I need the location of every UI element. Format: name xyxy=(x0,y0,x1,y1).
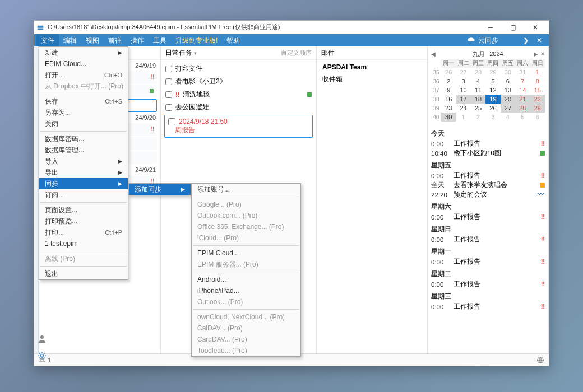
cal-close[interactable]: ✕ xyxy=(540,51,545,57)
agenda-row[interactable]: 全天去看张学友演唱会 xyxy=(431,180,545,190)
task-checkbox[interactable] xyxy=(165,104,172,111)
agenda-row[interactable]: 0:00工作报告!! xyxy=(431,139,545,148)
cal-day[interactable]: 18 xyxy=(471,95,485,104)
cal-day[interactable]: 27 xyxy=(456,68,470,77)
file-menu-item[interactable]: 数据库密码... xyxy=(39,133,128,144)
sync-account-item[interactable]: Android... xyxy=(192,274,300,285)
menu-视图[interactable]: 视图 xyxy=(81,34,104,46)
cal-day[interactable]: 19 xyxy=(485,95,500,104)
tasks-sort-order[interactable]: 自定义顺序 xyxy=(281,49,312,57)
cal-day[interactable]: 1 xyxy=(456,113,470,122)
cal-day[interactable]: 26 xyxy=(485,104,500,113)
agenda-row[interactable]: 0:00工作报告!! xyxy=(431,212,545,222)
file-menu-item[interactable]: 另存为... xyxy=(39,107,128,118)
task-row[interactable]: !!清洗地毯 xyxy=(164,88,313,101)
cal-day[interactable]: 22 xyxy=(530,95,545,104)
menu-编辑[interactable]: 编辑 xyxy=(59,34,81,46)
cal-day[interactable]: 27 xyxy=(501,104,515,113)
menu-前往[interactable]: 前往 xyxy=(104,34,126,46)
sync-submenu[interactable]: 添加同步▶ xyxy=(128,183,191,195)
task-row[interactable]: 去公园遛娃 xyxy=(164,101,313,114)
agenda-row[interactable]: 10:40楼下小区跑10圈 xyxy=(431,148,545,158)
close-button[interactable]: ✕ xyxy=(524,21,547,34)
agenda-row[interactable]: 22:20预定的会议〰 xyxy=(431,190,545,199)
cal-day[interactable]: 17 xyxy=(456,95,470,104)
cal-day[interactable]: 29 xyxy=(485,68,500,77)
mail-inbox[interactable]: 收件箱 xyxy=(322,74,422,84)
cal-day[interactable]: 26 xyxy=(441,68,456,77)
file-menu-item[interactable]: 导出▶ xyxy=(39,167,128,178)
file-menu-item[interactable]: 同步▶ xyxy=(39,178,128,189)
sync-account-item[interactable]: 添加账号... xyxy=(192,184,300,195)
cal-day[interactable]: 30 xyxy=(501,68,515,77)
menu-升级到专业版![interactable]: 升级到专业版! xyxy=(171,34,222,46)
menu-工具[interactable]: 工具 xyxy=(149,34,171,46)
cal-day[interactable]: 10 xyxy=(456,86,470,95)
cal-day[interactable]: 9 xyxy=(441,86,456,95)
sync-add[interactable]: 添加同步▶ xyxy=(129,184,191,195)
file-menu-item[interactable]: 关闭 xyxy=(39,118,128,129)
task-row[interactable]: 打印文件 xyxy=(164,62,313,75)
add-sync-submenu[interactable]: 添加账号...Google... (Pro)Outlook.com... (Pr… xyxy=(191,183,301,357)
task-checkbox[interactable] xyxy=(165,78,172,85)
menu-帮助[interactable]: 帮助 xyxy=(222,34,244,46)
minimize-button[interactable]: ─ xyxy=(479,21,502,34)
cal-day[interactable]: 4 xyxy=(471,77,485,86)
agenda-row[interactable]: 0:00工作报告!! xyxy=(431,302,545,311)
cal-day[interactable]: 3 xyxy=(485,113,500,122)
cal-day[interactable]: 15 xyxy=(530,86,545,95)
cal-next[interactable]: ▶ xyxy=(534,51,538,57)
cal-day[interactable]: 25 xyxy=(471,104,485,113)
globe-icon[interactable] xyxy=(536,356,544,364)
maximize-button[interactable]: ▢ xyxy=(502,21,524,34)
file-menu-item[interactable]: 页面设置... xyxy=(39,204,128,216)
cal-day[interactable]: 30 xyxy=(441,113,456,122)
agenda-row[interactable]: 0:00工作报告!! xyxy=(431,235,545,244)
file-menu[interactable]: 新建▶EPIM Cloud...打开...Ctrl+O从 Dropbox 中打开… xyxy=(39,46,128,280)
file-menu-item[interactable]: 退出 xyxy=(39,268,128,279)
cal-day[interactable]: 28 xyxy=(471,68,485,77)
file-menu-item[interactable]: 打开...Ctrl+O xyxy=(39,69,128,81)
file-menu-item[interactable]: 打印预览... xyxy=(39,216,128,227)
file-menu-item[interactable]: EPIM Cloud... xyxy=(39,58,128,69)
cal-day[interactable]: 2 xyxy=(441,77,456,86)
cloud-sync-close[interactable]: ✕ xyxy=(532,36,547,44)
menu-文件[interactable]: 文件 xyxy=(36,34,59,46)
cal-day[interactable]: 8 xyxy=(530,77,545,86)
cal-day[interactable]: 6 xyxy=(501,77,515,86)
cal-day[interactable]: 21 xyxy=(515,95,530,104)
file-menu-item[interactable]: 导入▶ xyxy=(39,156,128,167)
file-menu-item[interactable]: 打印...Ctrl+P xyxy=(39,227,128,238)
task-checkbox[interactable] xyxy=(168,118,175,125)
mail-account[interactable]: APSDAI Team xyxy=(322,63,422,71)
file-menu-item[interactable]: 新建▶ xyxy=(39,47,128,58)
agenda-row[interactable]: 0:00工作报告!! xyxy=(431,171,545,180)
sync-account-item[interactable]: EPIM Cloud... xyxy=(192,248,300,259)
task-row[interactable]: 看电影《小丑2》 xyxy=(164,75,313,88)
file-menu-item[interactable]: 1 test.epim xyxy=(39,238,128,249)
cal-day[interactable]: 24 xyxy=(456,104,470,113)
file-menu-item[interactable]: 保存Ctrl+S xyxy=(39,96,128,107)
task-checkbox[interactable] xyxy=(165,91,172,98)
cal-day[interactable]: 23 xyxy=(441,104,456,113)
agenda-row[interactable]: 0:00工作报告!! xyxy=(431,257,545,267)
cal-day[interactable]: 12 xyxy=(485,86,500,95)
cal-day[interactable]: 31 xyxy=(515,68,530,77)
file-menu-item[interactable]: 数据库管理... xyxy=(39,144,128,156)
cal-day[interactable]: 29 xyxy=(530,104,545,113)
cal-day[interactable]: 5 xyxy=(485,77,500,86)
cal-day[interactable]: 16 xyxy=(441,95,456,104)
sync-account-item[interactable]: iPhone/iPad... xyxy=(192,285,300,296)
task-edit-box[interactable]: 2024/9/18 21:50周报告 xyxy=(164,115,313,138)
file-menu-item[interactable]: 订阅... xyxy=(39,189,128,200)
cal-day[interactable]: 1 xyxy=(530,68,545,77)
cal-day[interactable]: 6 xyxy=(530,113,545,122)
menu-操作[interactable]: 操作 xyxy=(126,34,149,46)
cal-day[interactable]: 13 xyxy=(501,86,515,95)
cal-prev[interactable]: ◀ xyxy=(431,51,436,57)
agenda-row[interactable]: 0:00工作报告!! xyxy=(431,279,545,289)
task-checkbox[interactable] xyxy=(165,66,172,72)
cal-day[interactable]: 5 xyxy=(515,113,530,122)
tasks-title-dropdown[interactable]: 日常任务 xyxy=(165,48,197,58)
cal-day[interactable]: 2 xyxy=(471,113,485,122)
